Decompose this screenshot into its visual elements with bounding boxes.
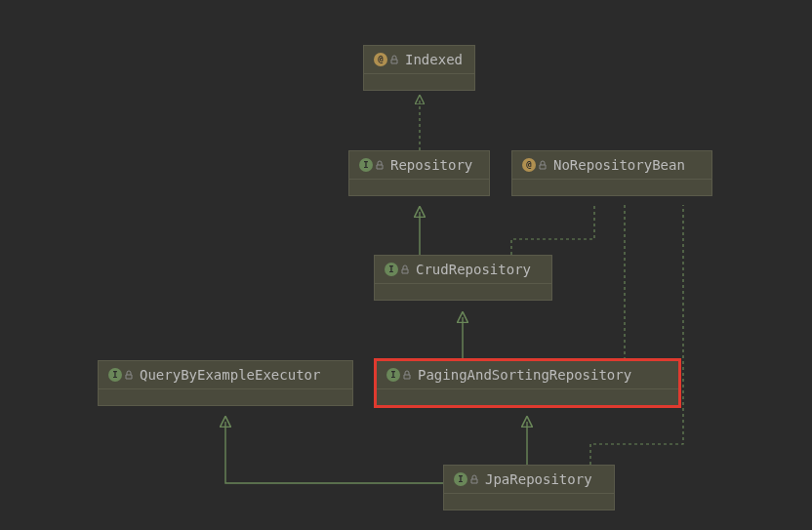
interface-icon: I <box>454 472 479 486</box>
hierarchy-diagram: @ Indexed I Repository @ <box>0 0 812 530</box>
node-pagingandsortingrepository[interactable]: I PagingAndSortingRepository <box>376 360 679 406</box>
lock-icon <box>469 474 479 484</box>
edge-jpa-to-norepo <box>590 205 683 465</box>
node-jparepository[interactable]: I JpaRepository <box>443 465 615 510</box>
interface-icon: I <box>359 158 385 172</box>
interface-icon: I <box>385 263 410 276</box>
node-label: PagingAndSortingRepository <box>418 367 631 383</box>
lock-icon <box>402 370 412 380</box>
annotation-icon: @ <box>522 158 548 172</box>
lock-icon <box>124 370 134 380</box>
edge-jpa-to-query <box>225 422 443 483</box>
interface-icon: I <box>386 368 412 382</box>
node-label: QueryByExampleExecutor <box>140 367 320 383</box>
annotation-icon: @ <box>374 53 399 66</box>
node-indexed[interactable]: @ Indexed <box>363 45 475 91</box>
node-label: Indexed <box>405 52 463 67</box>
node-label: CrudRepository <box>416 262 531 277</box>
interface-icon: I <box>108 368 134 382</box>
node-label: Repository <box>390 157 472 173</box>
node-repository[interactable]: I Repository <box>348 150 490 196</box>
node-norepositorybean[interactable]: @ NoRepositoryBean <box>511 150 712 196</box>
edge-crud-to-norepo <box>511 205 594 255</box>
lock-icon <box>400 265 410 274</box>
lock-icon <box>375 160 385 170</box>
lock-icon <box>538 160 548 170</box>
node-label: JpaRepository <box>485 471 592 487</box>
node-label: NoRepositoryBean <box>553 157 685 173</box>
node-querybyexampleexecutor[interactable]: I QueryByExampleExecutor <box>98 360 353 406</box>
node-crudrepository[interactable]: I CrudRepository <box>374 255 552 301</box>
lock-icon <box>389 55 399 64</box>
